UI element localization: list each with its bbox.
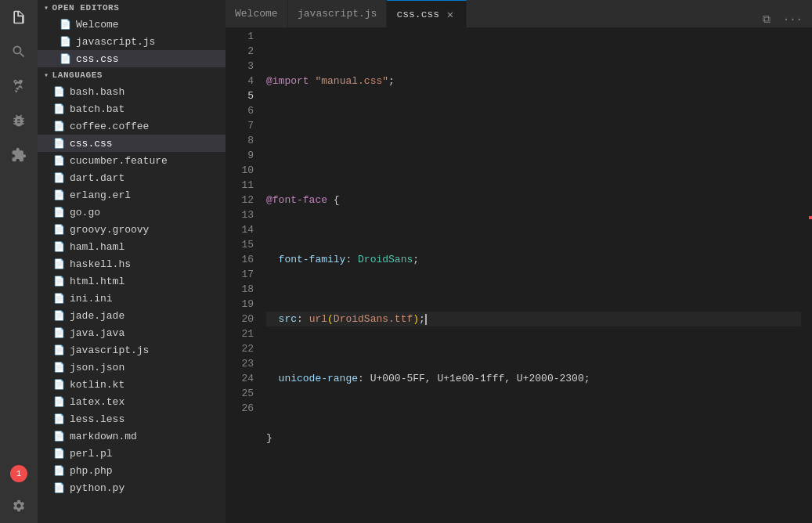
haskell-icon: 📄	[53, 258, 65, 270]
kotlin-icon: 📄	[53, 379, 65, 391]
lang-php-label: php.php	[70, 465, 113, 477]
line-num-7: 7	[226, 118, 254, 133]
line-num-26: 26	[226, 401, 254, 416]
lang-less[interactable]: 📄 less.less	[38, 410, 226, 427]
lang-ini[interactable]: 📄 ini.ini	[38, 290, 226, 307]
line-num-17: 17	[226, 267, 254, 282]
lang-perl[interactable]: 📄 perl.pl	[38, 445, 226, 462]
haml-icon: 📄	[53, 241, 65, 253]
open-editors-header[interactable]: ▾ OPEN EDITORS	[38, 0, 226, 16]
user-avatar[interactable]: 1	[10, 465, 27, 482]
code-editor[interactable]: @import "manual.css"; @font-face { font-…	[260, 27, 801, 523]
debug-icon[interactable]	[8, 110, 30, 132]
source-control-icon[interactable]	[8, 75, 30, 97]
text-cursor	[425, 314, 427, 325]
error-badge: 1	[10, 465, 27, 482]
activity-bar-bottom: 1	[8, 465, 30, 517]
main-editor-area: Welcome javascript.js css.css ✕ ⧉ ··· 1 …	[226, 0, 812, 523]
tab-bar: Welcome javascript.js css.css ✕ ⧉ ···	[226, 0, 812, 27]
lang-javascript-label: javascript.js	[70, 344, 149, 356]
tab-css-close-button[interactable]: ✕	[444, 8, 457, 20]
lang-haml[interactable]: 📄 haml.haml	[38, 238, 226, 255]
lang-coffee-label: coffee.coffee	[70, 121, 149, 132]
groovy-icon: 📄	[53, 224, 65, 236]
line-numbers: 1 2 3 4 5 6 7 8 9 10 11 12 13 14 15 16 1…	[226, 27, 260, 523]
lang-json[interactable]: 📄 json.json	[38, 359, 226, 376]
code-line-5: src: url(DroidSans.ttf);	[266, 312, 801, 326]
line-num-23: 23	[226, 356, 254, 371]
lang-html[interactable]: 📄 html.html	[38, 272, 226, 290]
code-line-7: }	[266, 431, 801, 445]
code-line-6: unicode-range: U+000-5FF, U+1e00-1fff, U…	[266, 371, 801, 386]
lang-kotlin[interactable]: 📄 kotlin.kt	[38, 376, 226, 393]
settings-icon[interactable]	[8, 495, 30, 517]
sidebar: ▾ OPEN EDITORS 📄 Welcome 📄 javascript.js…	[38, 0, 226, 523]
lang-jade[interactable]: 📄 jade.jade	[38, 307, 226, 324]
lang-python[interactable]: 📄 python.py	[38, 479, 226, 496]
jade-icon: 📄	[53, 310, 65, 322]
extensions-icon[interactable]	[8, 144, 30, 166]
tab-javascript-label: javascript.js	[298, 8, 377, 20]
lang-css-icon: 📄	[53, 138, 65, 150]
line-num-4: 4	[226, 74, 254, 88]
lang-javascript[interactable]: 📄 javascript.js	[38, 341, 226, 359]
lang-haml-label: haml.haml	[70, 241, 125, 253]
lang-perl-label: perl.pl	[70, 448, 113, 460]
open-editor-css[interactable]: 📄 css.css	[38, 50, 226, 67]
lang-groovy[interactable]: 📄 groovy.groovy	[38, 221, 226, 238]
lang-java[interactable]: 📄 java.java	[38, 324, 226, 341]
lang-dart-label: dart.dart	[70, 172, 125, 184]
open-editor-welcome[interactable]: 📄 Welcome	[38, 16, 226, 33]
tab-welcome[interactable]: Welcome	[226, 0, 288, 27]
files-icon[interactable]	[8, 6, 30, 28]
python-icon: 📄	[53, 482, 65, 494]
code-line-4: font-family: DroidSans;	[266, 252, 801, 267]
code-line-1: @import "manual.css";	[266, 74, 801, 88]
line-num-12: 12	[226, 193, 254, 207]
lang-erlang[interactable]: 📄 erlang.erl	[38, 186, 226, 204]
js-file-icon: 📄	[60, 36, 71, 48]
coffee-icon: 📄	[53, 121, 65, 132]
latex-icon: 📄	[53, 396, 65, 408]
lang-dart[interactable]: 📄 dart.dart	[38, 169, 226, 186]
code-line-8	[266, 490, 801, 505]
lang-coffee[interactable]: 📄 coffee.coffee	[38, 117, 226, 135]
editor-scrollbar[interactable]	[801, 27, 812, 523]
split-editor-button[interactable]: ⧉	[760, 12, 774, 27]
lang-latex[interactable]: 📄 latex.tex	[38, 393, 226, 410]
line-num-2: 2	[226, 44, 254, 59]
lang-markdown[interactable]: 📄 markdown.md	[38, 427, 226, 445]
line-num-14: 14	[226, 222, 254, 237]
lang-batch[interactable]: 📄 batch.bat	[38, 100, 226, 117]
line-num-10: 10	[226, 163, 254, 178]
languages-arrow: ▾	[44, 70, 49, 80]
lang-latex-label: latex.tex	[70, 396, 125, 408]
open-editor-js[interactable]: 📄 javascript.js	[38, 33, 226, 50]
dart-icon: 📄	[53, 172, 65, 184]
open-editors-label: OPEN EDITORS	[52, 3, 120, 13]
line-num-6: 6	[226, 103, 254, 118]
line-num-21: 21	[226, 326, 254, 341]
line-num-19: 19	[226, 297, 254, 312]
tab-javascript[interactable]: javascript.js	[288, 0, 387, 27]
lang-bash[interactable]: 📄 bash.bash	[38, 83, 226, 100]
lang-cucumber[interactable]: 📄 cucumber.feature	[38, 152, 226, 169]
search-icon[interactable]	[8, 41, 30, 63]
languages-header[interactable]: ▾ LANGUAGES	[38, 67, 226, 83]
tab-css[interactable]: css.css ✕	[387, 0, 467, 27]
lang-css[interactable]: 📄 css.css	[38, 135, 226, 152]
cucumber-icon: 📄	[53, 155, 65, 167]
lang-php[interactable]: 📄 php.php	[38, 462, 226, 479]
lang-cucumber-label: cucumber.feature	[70, 155, 168, 167]
lang-batch-label: batch.bat	[70, 103, 125, 115]
lang-kotlin-label: kotlin.kt	[70, 379, 125, 391]
lang-go[interactable]: 📄 go.go	[38, 204, 226, 221]
open-editor-welcome-label: Welcome	[76, 19, 119, 31]
languages-label: LANGUAGES	[52, 70, 103, 80]
open-editors-arrow: ▾	[44, 3, 49, 13]
lang-haskell[interactable]: 📄 haskell.hs	[38, 255, 226, 272]
lang-json-label: json.json	[70, 362, 125, 373]
line-num-15: 15	[226, 237, 254, 252]
lang-java-label: java.java	[70, 327, 125, 339]
more-actions-button[interactable]: ···	[780, 12, 806, 27]
